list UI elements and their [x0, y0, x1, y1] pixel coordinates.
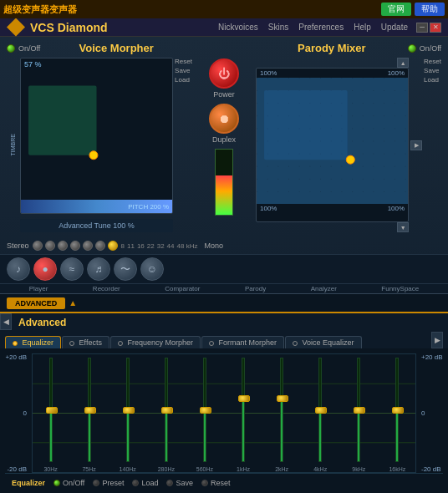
tab-fx-label: Effects: [79, 338, 102, 347]
eq-reset-item[interactable]: Reset: [201, 479, 231, 487]
vm-reset[interactable]: Reset: [175, 58, 192, 65]
eq-handle-1khz[interactable]: [238, 395, 250, 402]
help-btn[interactable]: 帮助: [415, 3, 445, 16]
vm-save[interactable]: Save: [175, 67, 192, 74]
win-minimize-btn[interactable]: ─: [416, 23, 428, 33]
pm-grid-area[interactable]: 100% 100%: [256, 68, 409, 222]
vm-header: On/Off Voice Morpher: [7, 42, 192, 54]
eq-handle-280hz[interactable]: [161, 407, 173, 414]
vm-title: Voice Morpher: [40, 42, 192, 54]
eq-db-top-right: +20 dB: [421, 353, 443, 361]
eq-handle-30hz[interactable]: [46, 407, 58, 414]
knob-22hz[interactable]: [70, 241, 80, 251]
pm-load[interactable]: Load: [424, 76, 441, 84]
adv-scroll-left-btn[interactable]: ◀: [0, 313, 12, 330]
parody-btn[interactable]: ♬: [87, 257, 110, 281]
eq-save-item[interactable]: Save: [166, 479, 193, 487]
eq-col-16khz: 16kHz: [379, 354, 415, 472]
adv-scroll-right-btn[interactable]: ▶: [431, 332, 443, 348]
vm-body-wrapper: TIMBRE 57 %: [7, 58, 192, 232]
menu-nickvoices[interactable]: Nickvoices: [218, 23, 258, 32]
pm-scroll-down[interactable]: ▼: [397, 222, 409, 232]
eq-track-280hz[interactable]: [165, 358, 168, 462]
analyzer-btn[interactable]: 〜: [114, 257, 137, 281]
vm-grid-area[interactable]: 57 %: [20, 58, 173, 214]
menu-help[interactable]: Help: [354, 23, 371, 32]
vm-onoff-label: On/Off: [7, 44, 40, 53]
label-recorder: Recorder: [93, 285, 120, 292]
pm-save[interactable]: Save: [424, 67, 441, 74]
eq-track-30hz[interactable]: [49, 358, 53, 462]
eq-handle-16khz[interactable]: [392, 407, 404, 414]
eq-handle-140hz[interactable]: [123, 407, 135, 414]
pm-grid-scroll-wrapper: ▲ 100% 100%: [256, 58, 422, 232]
eq-load-item[interactable]: Load: [132, 479, 158, 487]
menu-skins[interactable]: Skins: [268, 23, 288, 32]
tab-equalizer[interactable]: Equalizer: [5, 336, 61, 348]
pm-header: Parody Mixer On/Off: [256, 42, 441, 54]
advanced-tune[interactable]: Advanced Tune 100 %: [20, 219, 173, 232]
eq-track-16khz[interactable]: [395, 358, 399, 462]
eq-track-75hz[interactable]: [88, 358, 91, 462]
freq-8: 8: [121, 242, 125, 250]
knob-16hz[interactable]: [58, 241, 68, 251]
knob-11hz[interactable]: [45, 241, 55, 251]
eq-track-9khz[interactable]: [357, 358, 360, 462]
eq-title-item: Equalizer: [12, 479, 45, 487]
logo-diamond-icon: [7, 18, 25, 37]
eq-handle-560hz[interactable]: [200, 407, 211, 414]
eq-track-4khz[interactable]: [318, 358, 322, 462]
official-btn[interactable]: 官网: [381, 3, 411, 16]
duplex-btn[interactable]: ⏺: [209, 104, 239, 134]
eq-handle-2khz[interactable]: [277, 395, 288, 402]
recorder-btn[interactable]: ●: [33, 257, 57, 281]
funnyspace-btn[interactable]: ☺: [140, 257, 164, 281]
eq-db-top-left: +20 dB: [5, 353, 27, 361]
eq-track-2khz[interactable]: [280, 358, 283, 462]
tab-freq-morpher[interactable]: Frequency Morpher: [110, 336, 201, 348]
eq-track-140hz[interactable]: [126, 358, 130, 462]
eq-handle-4khz[interactable]: [315, 407, 327, 414]
pm-scroll-right-btn[interactable]: ▶: [410, 140, 422, 150]
menu-preferences[interactable]: Preferences: [298, 23, 344, 32]
timbre-text: TIMBRE: [10, 134, 16, 155]
knob-44hz[interactable]: [95, 241, 105, 251]
transport-labels: Player Recorder Comparator Parody Analyz…: [0, 284, 448, 293]
player-btn[interactable]: ♪: [7, 257, 30, 281]
eq-track-1khz[interactable]: [242, 358, 245, 462]
svg-point-7: [346, 155, 354, 164]
top-bar-buttons: 官网 帮助: [381, 3, 445, 16]
eq-track-560hz[interactable]: [203, 358, 206, 462]
tab-effects[interactable]: Effects: [62, 336, 109, 348]
power-btn[interactable]: ⏻: [209, 58, 239, 89]
menu-update[interactable]: Update: [381, 23, 408, 32]
eq-preset-text: Preset: [102, 479, 124, 487]
advanced-toggle-btn[interactable]: ADVANCED: [7, 297, 65, 309]
vm-load[interactable]: Load: [175, 76, 192, 84]
tab-fx-radio: [69, 341, 74, 346]
logo-text: VCS Diamond: [30, 21, 108, 34]
knob-48hz[interactable]: [108, 241, 118, 251]
win-close-btn[interactable]: ✕: [430, 23, 441, 33]
knob-32hz[interactable]: [83, 241, 93, 251]
tab-voice-eq[interactable]: Voice Equalizer: [285, 336, 362, 348]
label-funnyspace: FunnySpace: [381, 285, 419, 292]
tab-formant-morpher[interactable]: Formant Morpher: [201, 336, 284, 348]
eq-fill-140hz: [127, 410, 129, 462]
main-panel: On/Off Voice Morpher TIMBRE 57 %: [0, 37, 448, 493]
eq-bottom: Equalizer On/Off Preset Load Save: [5, 473, 443, 491]
comparator-btn[interactable]: ≈: [60, 257, 84, 281]
knob-8hz[interactable]: [33, 241, 43, 251]
duplex-label: Duplex: [212, 135, 236, 144]
mono-label: Mono: [204, 241, 223, 250]
pm-title: Parody Mixer: [256, 42, 408, 54]
eq-db-bot-left: -20 dB: [5, 465, 27, 473]
eq-onoff-item[interactable]: On/Off: [53, 479, 84, 487]
voice-morpher: On/Off Voice Morpher TIMBRE 57 %: [7, 42, 192, 232]
pm-reset[interactable]: Reset: [424, 58, 441, 65]
pm-onoff-text: On/Off: [420, 44, 441, 53]
eq-preset-item[interactable]: Preset: [93, 479, 124, 487]
eq-handle-9khz[interactable]: [354, 407, 365, 414]
eq-handle-75hz[interactable]: [84, 407, 96, 414]
pm-scroll-up[interactable]: ▲: [397, 58, 409, 68]
